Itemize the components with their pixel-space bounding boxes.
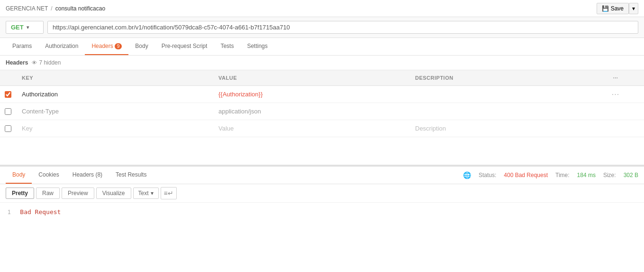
response-body: 1 Bad Request <box>0 203 644 221</box>
table-header-row: KEY VALUE DESCRIPTION ··· <box>0 70 644 86</box>
url-input[interactable] <box>47 21 638 34</box>
tab-params[interactable]: Params <box>6 38 38 55</box>
response-content: Bad Request <box>20 208 61 216</box>
save-icon: 💾 <box>602 5 609 12</box>
request-tabs-bar: Params Authorization Headers9 Body Pre-r… <box>0 38 644 56</box>
row1-checkbox[interactable] <box>5 91 11 98</box>
row1-bulk <box>625 92 644 97</box>
row1-description <box>409 92 606 97</box>
tab-authorization[interactable]: Authorization <box>38 38 85 55</box>
chevron-down-icon: ▾ <box>632 5 635 12</box>
time-value: 184 ms <box>577 172 596 178</box>
row2-checkbox[interactable] <box>5 108 11 115</box>
save-dropdown-button[interactable]: ▾ <box>629 3 638 14</box>
hidden-badge: 👁 7 hidden <box>32 59 61 66</box>
separator: / <box>51 5 52 12</box>
top-bar: GERENCIA NET / consulta notificacao 💾 Sa… <box>0 0 644 17</box>
status-value: 400 Bad Request <box>504 172 548 178</box>
row3-bulk <box>625 126 644 131</box>
tab-cookies[interactable]: Cookies <box>32 167 65 184</box>
line-number: 1 <box>8 209 11 216</box>
row3-checkbox[interactable] <box>5 125 11 132</box>
row1-more-icon[interactable]: ··· <box>612 90 619 99</box>
save-button[interactable]: 💾 Save <box>597 3 629 14</box>
hidden-count: 7 hidden <box>39 59 61 66</box>
row3-value: Value <box>213 122 409 135</box>
size-label: Size: <box>603 172 616 178</box>
col-checkbox <box>0 73 16 83</box>
row3-actions <box>606 126 625 131</box>
app-name: GERENCIA NET <box>6 5 48 12</box>
tab-response-body[interactable]: Body <box>6 167 32 184</box>
headers-section: Headers 👁 7 hidden <box>0 56 644 70</box>
format-bar: Pretty Raw Preview Visualize Text ▾ ≡↵ <box>0 184 644 203</box>
row2-description <box>409 109 606 114</box>
tab-tests[interactable]: Tests <box>214 38 240 55</box>
save-label: Save <box>611 5 624 12</box>
row2-value: application/json <box>213 105 409 118</box>
col-value: VALUE <box>213 73 409 83</box>
row2-key: Content-Type <box>16 105 213 118</box>
eye-icon: 👁 <box>32 60 37 66</box>
table-row: Content-Type application/json <box>0 103 644 120</box>
format-type-select[interactable]: Text ▾ <box>133 188 159 199</box>
row1-value: {{Authorization}} <box>213 88 409 101</box>
method-select[interactable]: GET ▾ <box>6 21 44 34</box>
format-tab-pretty[interactable]: Pretty <box>6 188 34 199</box>
empty-space <box>0 137 644 166</box>
col-bulk <box>625 73 644 83</box>
format-chevron-icon: ▾ <box>151 190 154 197</box>
url-bar: GET ▾ <box>0 17 644 38</box>
row1-key: Authorization <box>16 88 213 101</box>
headers-badge: 9 <box>115 43 122 49</box>
globe-icon: 🌐 <box>463 171 471 179</box>
tab-response-headers[interactable]: Headers (8) <box>66 167 109 184</box>
tab-body[interactable]: Body <box>128 38 154 55</box>
headers-label: Headers <box>6 59 28 66</box>
format-tab-preview[interactable]: Preview <box>62 188 94 199</box>
row2-bulk <box>625 109 644 114</box>
col-description: DESCRIPTION <box>409 73 606 83</box>
wrap-button[interactable]: ≡↵ <box>161 187 177 199</box>
time-label: Time: <box>555 172 570 178</box>
row1-checkbox-cell <box>0 88 16 101</box>
tab-settings[interactable]: Settings <box>240 38 274 55</box>
row2-actions <box>606 109 625 114</box>
table-row: Authorization {{Authorization}} ··· <box>0 86 644 103</box>
status-bar: 🌐 Status: 400 Bad Request Time: 184 ms S… <box>463 171 638 179</box>
tab-pre-request-script[interactable]: Pre-request Script <box>155 38 214 55</box>
row3-description: Description <box>409 122 606 135</box>
headers-table: KEY VALUE DESCRIPTION ··· Authorization … <box>0 70 644 137</box>
tab-headers[interactable]: Headers9 <box>85 38 128 55</box>
breadcrumb: GERENCIA NET / consulta notificacao <box>6 5 105 12</box>
row1-actions[interactable]: ··· <box>606 87 625 102</box>
bottom-tabs-bar: Body Cookies Headers (8) Test Results 🌐 … <box>0 167 644 184</box>
row2-checkbox-cell <box>0 105 16 118</box>
format-tab-visualize[interactable]: Visualize <box>96 188 131 199</box>
tab-name: consulta notificacao <box>55 5 105 12</box>
method-dropdown-icon: ▾ <box>27 25 29 30</box>
col-actions: ··· <box>606 73 625 83</box>
method-label: GET <box>11 24 24 31</box>
row3-key: Key <box>16 122 213 135</box>
tab-test-results[interactable]: Test Results <box>109 167 153 184</box>
row3-checkbox-cell <box>0 122 16 135</box>
bottom-panel: Body Cookies Headers (8) Test Results 🌐 … <box>0 166 644 221</box>
size-value: 302 B <box>624 172 638 178</box>
format-tab-raw[interactable]: Raw <box>36 188 60 199</box>
bottom-tabs: Body Cookies Headers (8) Test Results <box>6 167 153 184</box>
col-key: KEY <box>16 73 213 83</box>
status-label: Status: <box>479 172 496 178</box>
table-row: Key Value Description <box>0 120 644 137</box>
